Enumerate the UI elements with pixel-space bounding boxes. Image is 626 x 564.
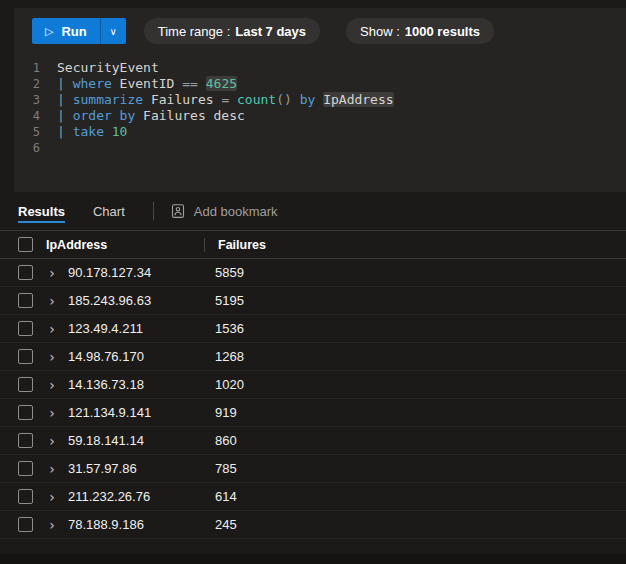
code-text: | take 10 — [57, 124, 127, 140]
query-pane: ▷ Run ∨ Time range : Last 7 days Show : … — [14, 8, 626, 192]
ip-address-cell: 31.57.97.86 — [68, 461, 215, 476]
table-row[interactable]: ›31.57.97.86785 — [0, 455, 626, 483]
time-range-label: Time range : — [158, 24, 231, 39]
failures-cell: 860 — [215, 433, 237, 448]
ip-address-cell: 78.188.9.186 — [68, 517, 215, 532]
show-results-label: Show : — [360, 24, 400, 39]
add-bookmark-icon — [170, 203, 186, 219]
time-range-value: Last 7 days — [235, 24, 306, 39]
expand-chevron-icon[interactable]: › — [44, 378, 60, 392]
run-button-label: Run — [61, 24, 86, 39]
results-pane: Results Chart Add bookmark IpAddress Fai… — [0, 192, 626, 554]
query-toolbar: ▷ Run ∨ Time range : Last 7 days Show : … — [14, 8, 626, 44]
row-checkbox[interactable] — [18, 517, 33, 532]
table-row[interactable]: ›211.232.26.76614 — [0, 483, 626, 511]
expand-chevron-icon[interactable]: › — [44, 406, 60, 420]
line-number: 5 — [14, 124, 40, 140]
table-row[interactable]: ›185.243.96.635195 — [0, 287, 626, 315]
ip-address-cell: 59.18.141.14 — [68, 433, 215, 448]
tab-results[interactable]: Results — [18, 192, 65, 230]
failures-cell: 5859 — [215, 265, 244, 280]
row-checkbox[interactable] — [18, 265, 33, 280]
line-number: 1 — [14, 60, 40, 76]
column-header-ipaddress[interactable]: IpAddress — [46, 238, 204, 252]
line-number: 6 — [14, 140, 40, 156]
show-results-button[interactable]: Show : 1000 results — [346, 18, 494, 44]
run-button-main[interactable]: ▷ Run — [32, 18, 100, 44]
ip-address-cell: 14.98.76.170 — [68, 349, 215, 364]
table-row[interactable]: ›121.134.9.141919 — [0, 399, 626, 427]
column-divider — [204, 238, 205, 252]
show-results-value: 1000 results — [405, 24, 480, 39]
code-line[interactable]: 3| summarize Failures = count() by IpAdd… — [14, 92, 626, 108]
failures-cell: 919 — [215, 405, 237, 420]
table-row[interactable]: ›123.49.4.2111536 — [0, 315, 626, 343]
code-text: | where EventID == 4625 — [57, 76, 237, 92]
row-checkbox[interactable] — [18, 405, 33, 420]
ip-address-cell: 14.136.73.18 — [68, 377, 215, 392]
failures-cell: 5195 — [215, 293, 244, 308]
query-editor[interactable]: 1SecurityEvent2| where EventID == 46253|… — [14, 60, 626, 156]
ip-address-cell: 185.243.96.63 — [68, 293, 215, 308]
code-text: | summarize Failures = count() by IpAddr… — [57, 92, 394, 108]
add-bookmark-button[interactable]: Add bookmark — [170, 203, 278, 219]
expand-chevron-icon[interactable]: › — [44, 350, 60, 364]
code-line[interactable]: 1SecurityEvent — [14, 60, 626, 76]
expand-chevron-icon[interactable]: › — [44, 434, 60, 448]
code-text: SecurityEvent — [57, 60, 159, 76]
run-button[interactable]: ▷ Run ∨ — [32, 18, 126, 44]
failures-cell: 1268 — [215, 349, 244, 364]
expand-chevron-icon[interactable]: › — [44, 518, 60, 532]
ip-address-cell: 90.178.127.34 — [68, 265, 215, 280]
code-text: | order by Failures desc — [57, 108, 245, 124]
table-body: ›90.178.127.345859›185.243.96.635195›123… — [0, 259, 626, 539]
expand-chevron-icon[interactable]: › — [44, 462, 60, 476]
row-checkbox[interactable] — [18, 461, 33, 476]
ip-address-cell: 121.134.9.141 — [68, 405, 215, 420]
table-row[interactable]: ›59.18.141.14860 — [0, 427, 626, 455]
code-line[interactable]: 5| take 10 — [14, 124, 626, 140]
bottom-bar — [0, 554, 626, 564]
line-number: 2 — [14, 76, 40, 92]
table-row[interactable]: ›78.188.9.186245 — [0, 511, 626, 539]
run-dropdown-chevron-icon[interactable]: ∨ — [101, 18, 126, 44]
failures-cell: 245 — [215, 517, 237, 532]
tabbar-divider — [153, 202, 154, 220]
failures-cell: 785 — [215, 461, 237, 476]
failures-cell: 1536 — [215, 321, 244, 336]
code-line[interactable]: 2| where EventID == 4625 — [14, 76, 626, 92]
row-checkbox[interactable] — [18, 377, 33, 392]
table-row[interactable]: ›14.98.76.1701268 — [0, 343, 626, 371]
log-analytics-window: ▷ Run ∨ Time range : Last 7 days Show : … — [0, 0, 626, 564]
table-header: IpAddress Failures — [0, 230, 626, 259]
column-header-failures[interactable]: Failures — [218, 238, 266, 252]
code-line[interactable]: 6 — [14, 140, 626, 156]
line-number: 4 — [14, 108, 40, 124]
row-checkbox[interactable] — [18, 489, 33, 504]
table-row[interactable]: ›14.136.73.181020 — [0, 371, 626, 399]
expand-chevron-icon[interactable]: › — [44, 322, 60, 336]
ip-address-cell: 123.49.4.211 — [68, 321, 215, 336]
line-number: 3 — [14, 92, 40, 108]
add-bookmark-label: Add bookmark — [194, 204, 278, 219]
row-checkbox[interactable] — [18, 321, 33, 336]
failures-cell: 1020 — [215, 377, 244, 392]
time-range-button[interactable]: Time range : Last 7 days — [144, 18, 320, 44]
row-checkbox[interactable] — [18, 349, 33, 364]
code-line[interactable]: 4| order by Failures desc — [14, 108, 626, 124]
row-checkbox[interactable] — [18, 433, 33, 448]
results-table: IpAddress Failures ›90.178.127.345859›18… — [0, 230, 626, 539]
play-icon: ▷ — [45, 26, 53, 37]
table-row[interactable]: ›90.178.127.345859 — [0, 259, 626, 287]
tab-chart[interactable]: Chart — [93, 192, 125, 230]
results-tabbar: Results Chart Add bookmark — [0, 192, 626, 230]
failures-cell: 614 — [215, 489, 237, 504]
row-checkbox[interactable] — [18, 293, 33, 308]
expand-chevron-icon[interactable]: › — [44, 294, 60, 308]
ip-address-cell: 211.232.26.76 — [68, 489, 215, 504]
expand-chevron-icon[interactable]: › — [44, 266, 60, 280]
expand-chevron-icon[interactable]: › — [44, 490, 60, 504]
select-all-checkbox[interactable] — [18, 237, 33, 252]
